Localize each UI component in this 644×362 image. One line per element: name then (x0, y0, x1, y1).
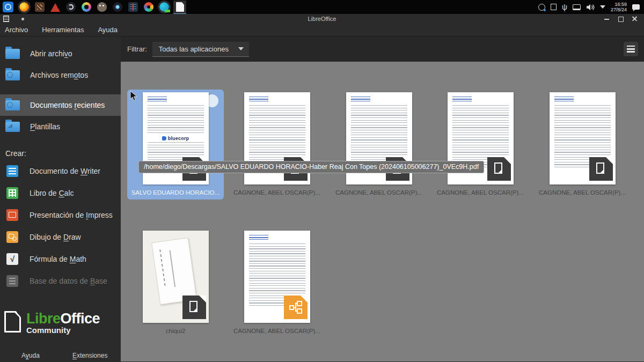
sidebar-footer: Ayuda Extensiones (0, 351, 121, 359)
sidebar-item-open-file[interactable]: Abrir archivo (0, 43, 121, 64)
hamburger-menu-button[interactable] (624, 42, 638, 56)
libreoffice-page-icon (4, 311, 21, 333)
menu-herramientas[interactable]: Herramientas (42, 26, 84, 34)
launcher-icon[interactable] (3, 2, 13, 12)
community-label: Community (26, 326, 100, 335)
help-link[interactable]: Ayuda (21, 352, 40, 359)
sidebar-item-remote-files[interactable]: Archivos remotos (0, 64, 121, 86)
chat-icon[interactable] (632, 4, 640, 10)
recent-documents-grid: bluecorp SALVO EDUARDO HORACIO... CAGNON… (121, 62, 644, 361)
create-item-label: Fórmula de Math (30, 255, 86, 263)
audio-editor-icon[interactable] (128, 2, 138, 12)
math-icon (6, 253, 18, 265)
base-icon (6, 275, 18, 287)
document-label: CAGNONE, ABEL OSCAR(P)... (331, 189, 427, 196)
document-tile[interactable]: CAGNONE, ABEL OSCAR(P)... (331, 90, 427, 200)
taskbar: ψ 16:59 27/8/24 (0, 0, 644, 14)
menu-ayuda[interactable]: Ayuda (98, 26, 118, 34)
obs-icon[interactable] (66, 2, 76, 12)
tray-date: 27/8/24 (611, 7, 627, 12)
document-tile[interactable]: CAGNONE, ABEL OSCAR(P)... (229, 90, 325, 200)
document-label: CAGNONE, ABEL OSCAR(P)... (534, 189, 631, 196)
bluecorp-mark-icon (162, 136, 166, 141)
create-impress-presentation[interactable]: Presentación de Impress (0, 204, 121, 226)
clipboard-icon[interactable] (551, 4, 557, 10)
window-icon (3, 16, 9, 22)
writer-icon (6, 165, 18, 177)
menubar: Archivo Herramientas Ayuda (0, 24, 644, 36)
maximize-button[interactable] (617, 16, 625, 22)
templates-folder-icon (5, 122, 20, 132)
menu-archivo[interactable]: Archivo (5, 26, 28, 34)
create-writer-document[interactable]: Documento de Writer (0, 160, 121, 182)
zim-icon[interactable] (35, 2, 45, 12)
volume-icon[interactable] (586, 4, 595, 11)
sidebar-item-label: Abrir archivo (30, 49, 72, 58)
filter-dropdown[interactable]: Todas las aplicaciones (152, 42, 249, 57)
create-item-label: Presentación de Impress (30, 211, 113, 219)
display-icon[interactable] (573, 4, 581, 10)
document-tile[interactable]: CAGNONE, ABEL OSCAR(P)... (432, 90, 529, 200)
create-item-label: Base de datos de Base (30, 277, 107, 285)
prism-icon[interactable] (50, 3, 60, 12)
close-button[interactable] (631, 16, 639, 22)
clock[interactable]: 16:59 27/8/24 (611, 2, 627, 12)
sidebar-item-label: Plantillas (30, 122, 60, 131)
create-section-label: Crear: (5, 149, 121, 158)
document-tile-selected[interactable]: bluecorp SALVO EDUARDO HORACIO... (127, 90, 224, 200)
firefox-icon[interactable] (19, 2, 29, 12)
window-controls (603, 16, 644, 22)
document-label: CAGNONE, ABEL OSCAR(P)... (229, 328, 325, 334)
libreoffice-wordmark: LibreOffice (26, 311, 100, 326)
document-label: SALVO EDUARDO HORACIO... (127, 189, 224, 196)
mouse-cursor (130, 91, 138, 104)
sidebar-item-label: Archivos remotos (30, 71, 88, 79)
libreoffice-icon[interactable] (175, 2, 185, 12)
libreoffice-document-glyph (176, 2, 184, 12)
document-label: CAGNONE, ABEL OSCAR(P)... (432, 189, 529, 196)
zen-browser-icon[interactable] (82, 2, 91, 12)
tray-time: 16:59 (611, 2, 627, 7)
sidebar-item-label: Documentos recientes (30, 101, 105, 109)
system-tray: ψ 16:59 27/8/24 (538, 0, 644, 14)
create-calc-spreadsheet[interactable]: Libro de Calc (0, 182, 121, 204)
darktable-icon[interactable] (144, 2, 153, 12)
create-math-formula[interactable]: Fórmula de Math (0, 248, 121, 270)
bluecorp-logo: bluecorp (143, 135, 209, 142)
draw-icon (6, 231, 18, 243)
screenshot-icon[interactable] (538, 4, 545, 11)
pdf-badge-icon (589, 157, 613, 181)
chevron-down-icon[interactable] (600, 5, 605, 9)
minimize-button[interactable] (603, 16, 611, 22)
document-tile[interactable]: chiqui2 (127, 228, 224, 338)
document-thumbnail (143, 231, 209, 323)
notification-dot-icon (21, 18, 24, 20)
remote-folder-icon (5, 70, 20, 80)
tracker-icon[interactable] (113, 2, 122, 12)
gimp-icon[interactable] (97, 2, 107, 12)
document-label: chiqui2 (127, 328, 224, 334)
scanned-sheet (151, 238, 196, 305)
document-tile[interactable]: CAGNONE, ABEL OSCAR(P)... (229, 228, 325, 338)
filter-dropdown-value: Todas las aplicaciones (159, 45, 229, 53)
titlebar: LibreOffice (0, 14, 644, 24)
draw-badge-icon (284, 295, 308, 319)
document-thumbnail (550, 92, 616, 184)
folder-icon (5, 49, 20, 59)
usb-icon[interactable]: ψ (562, 3, 567, 11)
content-area: Filtrar: Todas las aplicaciones bluecorp… (121, 36, 644, 361)
create-draw-drawing[interactable]: Dibujo de Draw (0, 226, 121, 248)
document-label: CAGNONE, ABEL OSCAR(P)... (229, 189, 325, 196)
filter-label: Filtrar: (127, 45, 147, 53)
create-item-label: Documento de Writer (30, 167, 100, 175)
mega-icon[interactable] (159, 2, 169, 12)
create-item-label: Dibujo de Draw (30, 233, 81, 241)
file-path-tooltip: /home/diego/Descargas/SALVO EDUARDO HORA… (138, 161, 484, 173)
create-item-label: Libro de Calc (30, 189, 74, 197)
sidebar-item-recent-documents[interactable]: Documentos recientes (0, 94, 121, 116)
extensions-link[interactable]: Extensiones (72, 352, 107, 359)
sidebar-item-templates[interactable]: Plantillas (0, 116, 121, 137)
sidebar: Abrir archivo Archivos remotos Documento… (0, 36, 121, 361)
desktop-screen: ψ 16:59 27/8/24 LibreOffice Archivo Herr… (0, 0, 644, 362)
document-tile[interactable]: CAGNONE, ABEL OSCAR(P)... (534, 90, 631, 200)
